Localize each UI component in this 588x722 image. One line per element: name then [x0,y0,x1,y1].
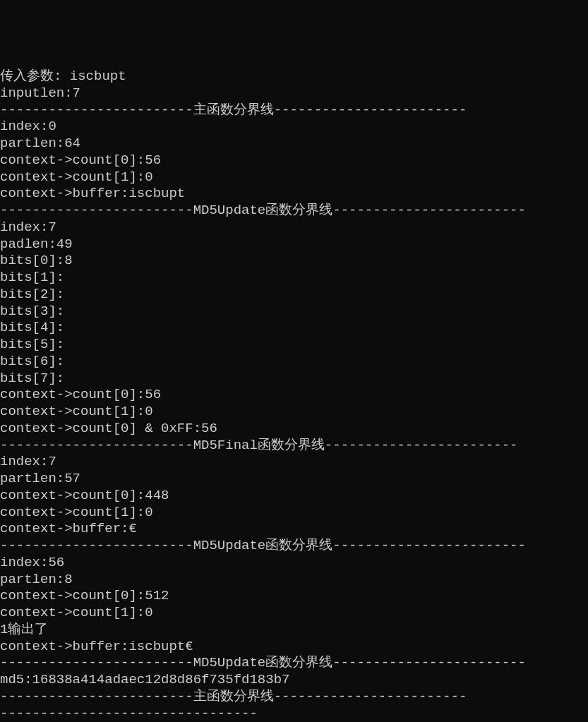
terminal-line: ------------------------MD5Update函数分界线--… [0,538,588,555]
terminal-line: partlen:64 [0,136,588,152]
terminal-line: 1输出了 [0,622,588,639]
terminal-line: index:0 [0,119,588,136]
terminal-line: context->count[0]:56 [0,387,588,404]
terminal-line: md5:16838a414adaec12d8d86f735fd183b7 [0,672,588,689]
terminal-line: inputlen:7 [0,85,588,102]
terminal-line: context->count[1]:0 [0,169,588,186]
terminal-line: ------------------------主函数分界线----------… [0,102,588,119]
terminal-line: context->count[1]:0 [0,505,588,522]
terminal-line: index:7 [0,454,588,471]
terminal-line: context->buffer:iscbupt€ [0,639,588,656]
terminal-line: ------------------------MD5Update函数分界线--… [0,655,588,672]
terminal-line: bits[0]:8 [0,253,588,270]
terminal-line: context->count[0]:56 [0,152,588,169]
terminal-line: context->count[0]:448 [0,488,588,505]
terminal-line: context->buffer:€ [0,521,588,538]
terminal-line: bits[1]: [0,270,588,287]
terminal-line: bits[7]: [0,371,588,387]
terminal-line: context->count[1]:0 [0,404,588,421]
terminal-line: bits[6]: [0,354,588,371]
terminal-line: context->count[0]:512 [0,588,588,605]
terminal-line: index:7 [0,219,588,236]
terminal-line: padlen:49 [0,236,588,253]
terminal-line: ------------------------MD5Update函数分界线--… [0,203,588,219]
terminal-line: bits[3]: [0,303,588,320]
terminal-line: context->buffer:iscbupt [0,186,588,203]
terminal-line: ------------------------主函数分界线----------… [0,689,588,706]
terminal-line: context->count[0] & 0xFF:56 [0,421,588,438]
terminal-line: context->count[1]:0 [0,605,588,622]
terminal-line: bits[4]: [0,320,588,337]
terminal-line: partlen:8 [0,572,588,589]
terminal-line: -------------------------------- [0,706,588,723]
terminal-output: 传入参数: iscbuptinputlen:7-----------------… [0,68,588,722]
terminal-line: partlen:57 [0,471,588,488]
terminal-line: bits[5]: [0,337,588,354]
terminal-line: 传入参数: iscbupt [0,68,588,85]
terminal-line: ------------------------MD5Final函数分界线---… [0,438,588,455]
terminal-line: bits[2]: [0,287,588,303]
terminal-line: index:56 [0,555,588,572]
